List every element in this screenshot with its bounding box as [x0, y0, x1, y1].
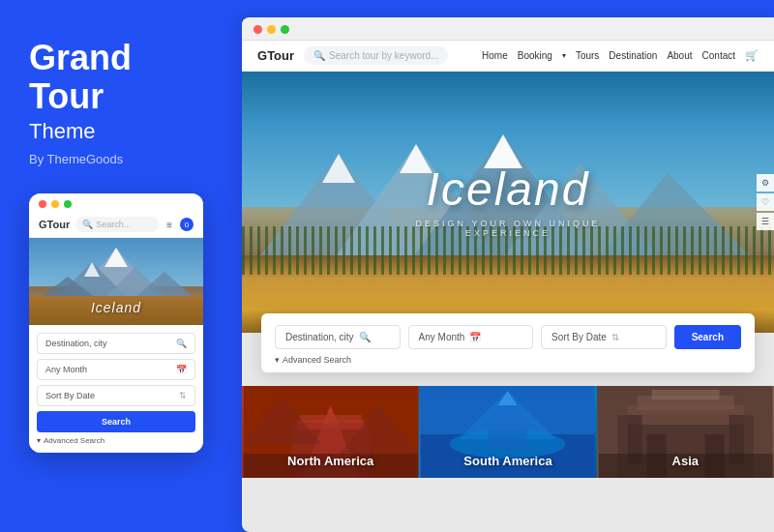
- mobile-search-bar[interactable]: 🔍 Search...: [75, 217, 159, 232]
- mobile-advanced-search[interactable]: ▾ Advanced Search: [37, 436, 195, 445]
- search-field-destination[interactable]: Destination, city 🔍: [275, 325, 401, 349]
- browser-dot-green: [281, 25, 289, 34]
- search-bar-container: Destination, city 🔍 Any Month 📅 Sort By …: [261, 313, 755, 372]
- mobile-cart-badge[interactable]: 0: [180, 218, 194, 231]
- website-logo: GTour: [257, 48, 294, 63]
- mobile-chevron-icon: ▾: [37, 436, 41, 445]
- search-dest-icon: 🔍: [359, 332, 371, 342]
- dest-label-south-america: South America: [419, 454, 596, 468]
- dest-label-asia: Asia: [597, 454, 774, 468]
- nav-home[interactable]: Home: [482, 50, 508, 61]
- mobile-destination-icon: 🔍: [176, 339, 187, 348]
- website-nav: GTour 🔍 Search tour by keyword... Home B…: [242, 41, 774, 72]
- mobile-field-destination[interactable]: Destination, city 🔍: [37, 333, 195, 354]
- advanced-chevron-icon: ▾: [275, 355, 280, 365]
- nav-tours[interactable]: Tours: [576, 50, 599, 61]
- search-bar: Destination, city 🔍 Any Month 📅 Sort By …: [261, 313, 755, 372]
- mobile-search-placeholder: Search...: [96, 220, 131, 229]
- dot-green: [64, 200, 72, 208]
- svg-rect-27: [489, 429, 527, 449]
- dest-label-north-america: North America: [242, 454, 419, 468]
- nav-booking[interactable]: Booking: [518, 50, 552, 61]
- mobile-logo-g: G: [39, 219, 47, 230]
- dest-card-south-america[interactable]: South America: [419, 386, 596, 478]
- dest-card-asia[interactable]: Asia: [597, 386, 774, 478]
- advanced-search-toggle[interactable]: ▾ Advanced Search: [275, 355, 741, 365]
- browser-dot-red: [253, 25, 262, 34]
- sidebar-icons: ⚙ ♡ ☰: [757, 174, 774, 230]
- destination-cards: North America South America: [242, 386, 774, 478]
- dot-yellow: [51, 200, 59, 208]
- by-themegoods: By ThemeGoods: [29, 152, 203, 166]
- mobile-field-sort[interactable]: Sort By Date ⇅: [37, 385, 195, 406]
- website-search-bar[interactable]: 🔍 Search tour by keyword...: [304, 46, 448, 65]
- dest-card-north-america[interactable]: North America: [242, 386, 419, 478]
- app-title: Grand Tour Theme By ThemeGoods: [29, 39, 203, 166]
- mobile-nav: GTour 🔍 Search... ≡ 0: [29, 212, 203, 238]
- title-theme: Theme: [29, 119, 203, 144]
- title-grand-tour: Grand Tour: [29, 39, 203, 115]
- nav-cart-icon[interactable]: 🛒: [745, 49, 759, 62]
- website-hero: Iceland Design Your Own Unique Experienc…: [242, 72, 774, 333]
- sidebar-icon-settings[interactable]: ⚙: [757, 174, 774, 192]
- mobile-hero: Iceland: [29, 238, 203, 325]
- website-search-icon: 🔍: [313, 50, 325, 61]
- svg-marker-14: [322, 154, 355, 183]
- nav-destination[interactable]: Destination: [609, 50, 657, 61]
- search-field-month[interactable]: Any Month 📅: [408, 325, 534, 349]
- search-sort-icon: ⇅: [611, 332, 619, 342]
- hero-text: Iceland Design Your Own Unique Experienc…: [375, 166, 641, 238]
- svg-rect-33: [651, 390, 719, 399]
- nav-contact[interactable]: Contact: [702, 50, 735, 61]
- website-nav-links: Home Booking ▾ Tours Destination About C…: [482, 49, 759, 62]
- mobile-logo: GTour: [39, 219, 70, 230]
- search-bar-row: Destination, city 🔍 Any Month 📅 Sort By …: [275, 325, 741, 349]
- mobile-calendar-icon: 📅: [176, 365, 187, 374]
- sidebar-icon-list[interactable]: ☰: [757, 213, 774, 230]
- mobile-search-icon: 🔍: [82, 220, 93, 229]
- svg-rect-19: [300, 415, 362, 423]
- mobile-menu-icon[interactable]: ≡: [166, 220, 172, 230]
- browser-dot-yellow: [267, 25, 276, 34]
- mobile-sort-icon: ⇅: [179, 391, 187, 400]
- nav-about[interactable]: About: [667, 50, 692, 61]
- nav-booking-chevron: ▾: [562, 51, 566, 60]
- dot-red: [39, 200, 46, 208]
- search-field-sort[interactable]: Sort By Date ⇅: [541, 325, 667, 349]
- hero-subtitle: Design Your Own Unique Experience: [375, 219, 641, 238]
- mobile-hero-text: Iceland: [29, 300, 203, 315]
- mobile-field-month[interactable]: Any Month 📅: [37, 359, 195, 380]
- website-logo-g: G: [257, 48, 267, 63]
- mobile-titlebar: [29, 193, 203, 212]
- mobile-mockup: GTour 🔍 Search... ≡ 0: [29, 193, 203, 453]
- svg-marker-5: [104, 248, 128, 267]
- left-panel: Grand Tour Theme By ThemeGoods GTour 🔍 S…: [0, 0, 232, 532]
- hero-title: Iceland: [375, 166, 641, 213]
- browser-chrome: [242, 17, 774, 41]
- mobile-search-button[interactable]: Search: [37, 411, 195, 432]
- search-cal-icon: 📅: [469, 332, 481, 342]
- mobile-form: Destination, city 🔍 Any Month 📅 Sort By …: [29, 325, 203, 453]
- sidebar-icon-heart[interactable]: ♡: [757, 193, 774, 211]
- browser-window: GTour 🔍 Search tour by keyword... Home B…: [242, 17, 774, 532]
- search-button[interactable]: Search: [674, 325, 741, 349]
